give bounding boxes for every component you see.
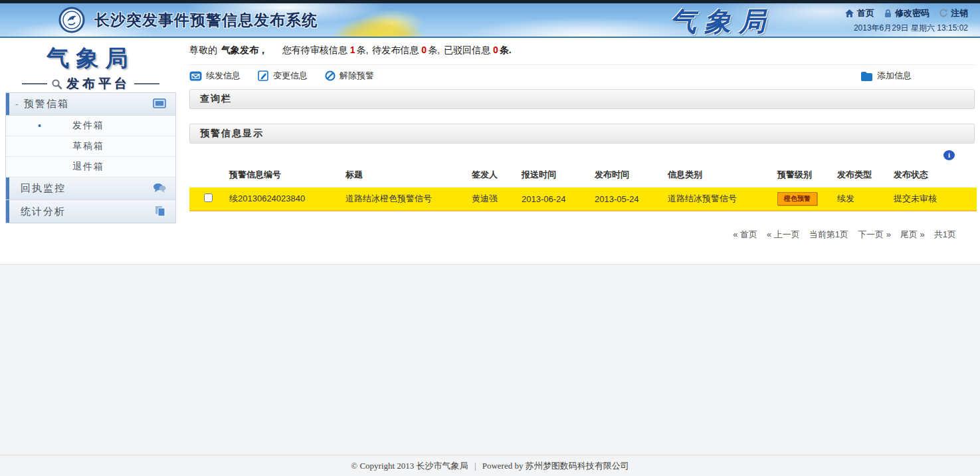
page-prev[interactable]: « 上一页 [767,229,800,241]
org-title: 气象局 [670,3,773,40]
cell-publish-time: 2013-05-24 [588,187,661,211]
folder-icon [860,71,873,81]
sidebar-group-warning-mailbox[interactable]: - 预警信箱 [6,93,175,116]
pagination: « 首页 « 上一页 当前第1页 下一页 » 尾页 » 共1页 [189,229,975,241]
row-checkbox[interactable] [204,193,213,202]
active-dot: • [38,120,41,131]
active-bar [6,178,9,199]
sidebar-item-outbox[interactable]: • 发件箱 [6,116,175,136]
active-bar [6,93,9,115]
rejected-count: 0 [492,45,500,55]
resend-info-button[interactable]: 续发信息 [189,70,241,82]
logout-icon [939,9,948,18]
system-title: 长沙突发事件预警信息发布系统 [94,10,318,31]
search-icon [51,78,62,90]
query-bar[interactable]: 查询栏 [189,89,975,109]
footer-divider [0,455,980,455]
mailbox-icon [153,98,166,108]
warning-table-panel: i 预警信息编号 标题 签发人 报送时间 发布时间 信息类别 [189,144,975,241]
cancel-warning-button[interactable]: 解除预警 [325,70,374,82]
chat-bubbles-icon [153,183,166,193]
col-warning-id: 预警信息编号 [223,164,339,187]
page-last[interactable]: 尾页 » [900,229,925,241]
info-icon[interactable]: i [943,150,955,160]
sidebar-item-returned[interactable]: 退件箱 [6,157,175,178]
table-header-row: 预警信息编号 标题 签发人 报送时间 发布时间 信息类别 预警级别 发布类型 发… [189,164,977,187]
col-publish-time: 发布时间 [588,164,661,187]
cell-status: 提交未审核 [887,187,977,211]
nav-logout[interactable]: 注销 [939,7,968,19]
envelope-icon [189,71,202,81]
cell-submit-time: 2013-06-24 [515,187,588,211]
warning-table: 预警信息编号 标题 签发人 报送时间 发布时间 信息类别 预警级别 发布类型 发… [189,164,977,211]
cell-category: 道路结冰预警信号 [661,187,771,211]
nav-change-password[interactable]: 修改密码 [884,7,930,19]
app-header: 长沙突发事件预警信息发布系统 气象局 首页 修改密码 [0,3,980,38]
toolbar: 续发信息 变更信息 解除预警 [189,64,975,86]
decor-line-left [22,83,47,84]
table-row[interactable]: 续20130624023840 道路结冰橙色预警信号 黄迪强 2013-06-2… [189,187,977,211]
col-issuer: 签发人 [465,164,515,187]
col-publish-type: 发布类型 [831,164,887,187]
checkbox-column-header [189,164,223,187]
sidebar-submenu: • 发件箱 草稿箱 退件箱 [6,116,175,178]
decor-line-right [134,83,159,84]
home-icon [844,9,854,18]
col-title: 标题 [339,164,465,187]
add-info-button[interactable]: 添加信息 [860,70,912,82]
main-content: 尊敬的 气象发布， 您有待审核信息1条, 待发布信息0条, 已驳回信息0条. 续… [189,45,975,241]
sidebar-logo-subtitle: 发布平台 [66,75,130,92]
lock-icon [884,9,892,18]
col-status: 发布状态 [887,164,977,187]
warning-level-badge: 橙色预警 [777,192,817,205]
powered-by-text: Powered by 苏州梦图数码科技有限公司 [482,461,629,471]
copyright-text: © Copyright 2013 长沙市气象局 [351,461,468,471]
sidebar-group-receipt-monitor[interactable]: 回执监控 [6,178,175,200]
active-bar [6,200,9,223]
sidebar-item-drafts[interactable]: 草稿箱 [6,136,175,157]
page-next[interactable]: 下一页 » [858,229,891,241]
prohibit-icon [325,70,336,81]
cell-warning-id: 续20130624023840 [223,187,339,211]
copy-pages-icon [154,205,166,217]
agency-logo [58,7,85,33]
col-category: 信息类别 [661,164,771,187]
cell-publish-type: 续发 [831,187,887,211]
content-area: 气象局 发布平台 - 预警信箱 [0,38,980,265]
modify-info-button[interactable]: 变更信息 [258,70,308,82]
cell-issuer: 黄迪强 [465,187,515,211]
current-user: 气象发布， [221,45,268,55]
sidebar-group-statistics[interactable]: 统计分析 [6,200,175,223]
cell-title: 道路结冰橙色预警信号 [339,187,465,211]
sidebar: 气象局 发布平台 - 预警信箱 [5,39,176,223]
sidebar-logo: 气象局 发布平台 [5,39,176,92]
page-first[interactable]: « 首页 [733,229,757,241]
collapse-indicator: - [15,99,19,110]
edit-icon [258,70,269,81]
col-level: 预警级别 [771,164,831,187]
page-current: 当前第1页 [809,229,848,241]
sidebar-logo-title: 气象局 [5,43,176,74]
datetime: 2013年6月29日 星期六 13:15:02 [844,23,968,34]
page-total: 共1页 [934,229,956,241]
col-submit-time: 报送时间 [515,164,588,187]
nav-home[interactable]: 首页 [844,7,874,19]
pending-review-count: 1 [349,45,357,55]
pending-publish-count: 0 [420,45,428,55]
sidebar-menu: - 预警信箱 • 发件箱 草稿箱 [5,92,176,223]
warning-display-bar: 预警信息显示 [189,124,975,144]
greeting-message: 尊敬的 气象发布， 您有待审核信息1条, 待发布信息0条, 已驳回信息0条. [189,45,975,64]
footer: © Copyright 2013 长沙市气象局 | Powered by 苏州梦… [0,460,980,472]
